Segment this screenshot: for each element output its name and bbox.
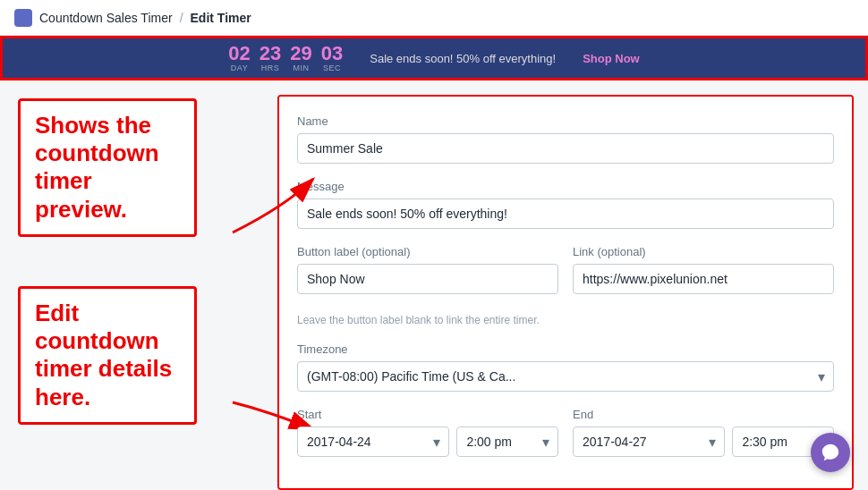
chat-bubble-button[interactable] xyxy=(811,433,850,472)
seconds-unit: 03 SEC xyxy=(321,44,343,72)
page-subtitle: Edit Timer xyxy=(191,11,251,25)
hours-unit: 23 HRS xyxy=(260,44,281,72)
breadcrumb-separator: / xyxy=(180,11,183,25)
button-label-input[interactable] xyxy=(297,264,558,294)
chat-icon xyxy=(821,443,840,462)
link-group: Link (optional) xyxy=(573,245,834,294)
hours-value: 23 xyxy=(260,44,281,63)
app-bar: Countdown Sales Timer / Edit Timer xyxy=(0,0,868,36)
button-label-label: Button label (optional) xyxy=(297,245,558,258)
start-date-time: 2017-04-24 2:00 pm xyxy=(297,427,558,457)
timezone-select-wrapper: (GMT-08:00) Pacific Time (US & Ca... (GM… xyxy=(297,361,834,392)
annotation-bottom: Edit countdown timer details here. xyxy=(18,286,197,425)
link-input[interactable] xyxy=(573,264,834,294)
name-group: Name xyxy=(297,114,834,164)
start-label: Start xyxy=(297,408,558,421)
timezone-label: Timezone xyxy=(297,342,834,356)
start-time-wrapper: 2:00 pm xyxy=(456,427,558,457)
message-label: Message xyxy=(297,180,834,193)
days-unit: 02 DAY xyxy=(228,44,250,72)
annotation-top-text: Shows the countdown timer preview. xyxy=(35,112,180,224)
minutes-unit: 29 MIN xyxy=(290,44,311,72)
preview-shop-now-link[interactable]: Shop Now xyxy=(583,52,640,65)
timezone-select[interactable]: (GMT-08:00) Pacific Time (US & Ca... (GM… xyxy=(297,361,834,392)
start-time-select[interactable]: 2:00 pm xyxy=(456,427,558,457)
app-title: Countdown Sales Timer xyxy=(39,11,173,25)
end-group: End 2017-04-27 2:30 pm xyxy=(573,408,834,457)
countdown-units: 02 DAY 23 HRS 29 MIN 03 SEC xyxy=(228,44,343,72)
button-link-row: Button label (optional) Link (optional) xyxy=(297,245,834,310)
seconds-value: 03 xyxy=(321,44,343,63)
preview-message: Sale ends soon! 50% off everything! xyxy=(370,52,556,65)
name-input[interactable] xyxy=(297,133,834,164)
end-date-wrapper: 2017-04-27 xyxy=(573,427,725,457)
timezone-group: Timezone (GMT-08:00) Pacific Time (US & … xyxy=(297,342,834,392)
end-label: End xyxy=(573,408,834,421)
app-icon xyxy=(14,9,32,27)
link-label: Link (optional) xyxy=(573,245,834,258)
hours-label: HRS xyxy=(260,63,281,72)
days-value: 02 xyxy=(228,44,250,63)
start-date-wrapper: 2017-04-24 xyxy=(297,427,449,457)
minutes-label: MIN xyxy=(290,63,311,72)
start-date-select[interactable]: 2017-04-24 xyxy=(297,427,449,457)
form-panel: Name Message Button label (optional) Lin… xyxy=(277,95,854,490)
end-date-time: 2017-04-27 2:30 pm xyxy=(573,427,834,457)
start-end-row: Start 2017-04-24 2:00 pm End xyxy=(297,408,834,473)
message-input[interactable] xyxy=(297,199,834,229)
name-label: Name xyxy=(297,114,834,128)
button-label-group: Button label (optional) xyxy=(297,245,558,294)
start-group: Start 2017-04-24 2:00 pm xyxy=(297,408,558,457)
annotation-bottom-text: Edit countdown timer details here. xyxy=(35,300,180,411)
main-content: Shows the countdown timer preview. Edit … xyxy=(0,80,868,490)
button-hint: Leave the button label blank to link the… xyxy=(297,314,834,326)
seconds-label: SEC xyxy=(321,63,343,72)
annotation-top: Shows the countdown timer preview. xyxy=(18,98,197,237)
minutes-value: 29 xyxy=(290,44,311,63)
preview-bar: 02 DAY 23 HRS 29 MIN 03 SEC Sale ends so… xyxy=(0,36,868,80)
sidebar: Shows the countdown timer preview. Edit … xyxy=(0,80,277,490)
end-date-select[interactable]: 2017-04-27 xyxy=(573,427,725,457)
days-label: DAY xyxy=(228,63,250,72)
message-group: Message xyxy=(297,180,834,229)
